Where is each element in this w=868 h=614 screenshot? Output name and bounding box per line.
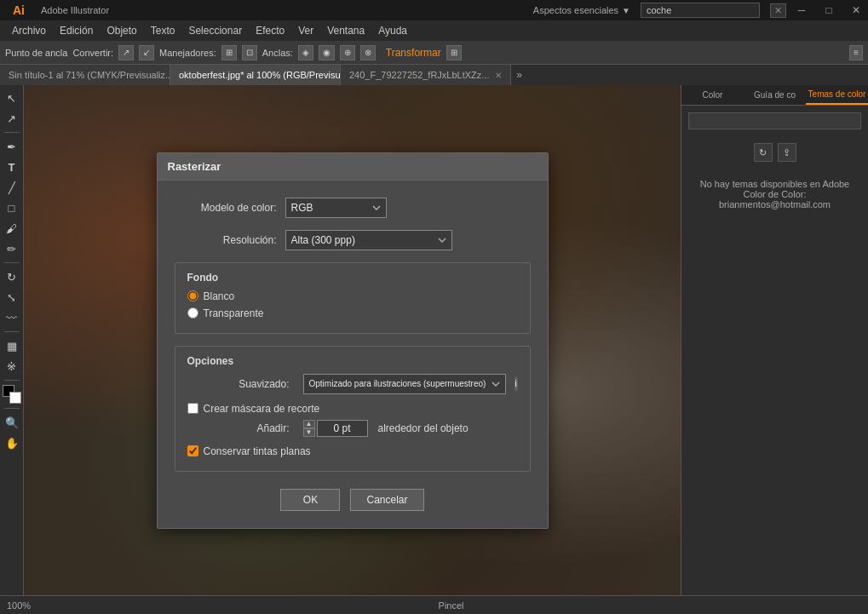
anadir-input[interactable] bbox=[317, 420, 368, 437]
suavizado-row: Suavizado: Ninguno Optimizado para tipo … bbox=[187, 374, 518, 394]
selection-tool[interactable]: ↖ bbox=[3, 89, 21, 107]
tab-close-3[interactable]: ✕ bbox=[495, 71, 502, 80]
minimize-button[interactable]: ─ bbox=[790, 0, 813, 20]
anadir-up-btn[interactable]: ▲ bbox=[303, 420, 315, 428]
rpanel-tab-guia[interactable]: Guía de co bbox=[744, 85, 806, 105]
rpanel-icon-row: ↻ ⇪ bbox=[688, 143, 861, 162]
suavizado-label: Suavizado: bbox=[187, 378, 298, 390]
rpanel-refresh-btn[interactable]: ↻ bbox=[754, 143, 773, 162]
anclas-btn2[interactable]: ◉ bbox=[319, 45, 335, 60]
right-panel-tabs: Color Guía de co Temas de color bbox=[681, 85, 868, 106]
menu-seleccionar[interactable]: Seleccionar bbox=[181, 22, 249, 39]
zoom-tool[interactable]: 🔍 bbox=[3, 413, 21, 432]
resolution-select[interactable]: Pantalla (72 ppp) Media (150 ppp) Alta (… bbox=[285, 230, 452, 250]
radio-blanco[interactable] bbox=[187, 290, 198, 301]
symbol-tool[interactable]: ※ bbox=[3, 357, 21, 376]
conservar-tintas-checkbox[interactable] bbox=[187, 445, 198, 456]
cancel-button[interactable]: Cancelar bbox=[350, 489, 423, 511]
line-tool[interactable]: ╱ bbox=[3, 178, 21, 197]
anclas-btn4[interactable]: ⊗ bbox=[360, 45, 376, 60]
ok-button[interactable]: OK bbox=[280, 489, 340, 511]
anadir-label: Añadir: bbox=[187, 422, 298, 434]
current-tool: Pincel bbox=[41, 600, 861, 611]
direct-select-tool[interactable]: ↗ bbox=[3, 109, 21, 128]
radio-transparente-row[interactable]: Transparente bbox=[187, 307, 518, 319]
menu-ventana[interactable]: Ventana bbox=[320, 22, 371, 39]
manejadores-btn2[interactable]: ⊡ bbox=[242, 45, 257, 60]
tabs-overflow-btn[interactable]: » bbox=[511, 65, 528, 85]
background-title: Fondo bbox=[187, 272, 518, 284]
tool-separator-4 bbox=[4, 380, 20, 381]
pen-tool[interactable]: ✒ bbox=[3, 137, 21, 156]
type-tool[interactable]: T bbox=[3, 158, 21, 176]
color-model-row: Modelo de color: RGB CMYK Escala de gris… bbox=[175, 198, 531, 218]
anclas-btn3[interactable]: ⊕ bbox=[340, 45, 355, 60]
color-model-select[interactable]: RGB CMYK Escala de grises bbox=[285, 198, 387, 218]
crear-mascara-row[interactable]: Crear máscara de recorte bbox=[187, 403, 518, 415]
zoom-level: 100% bbox=[7, 600, 31, 611]
warp-tool[interactable]: 〰 bbox=[3, 308, 21, 327]
dialog-title: Rasterizar bbox=[158, 153, 548, 181]
search-clear-btn[interactable]: ✕ bbox=[770, 3, 786, 18]
workspace-label: Aspectos esenciales bbox=[533, 5, 618, 15]
maximize-button[interactable]: □ bbox=[817, 0, 841, 20]
crear-mascara-checkbox[interactable] bbox=[187, 403, 198, 414]
rpanel-search-input[interactable] bbox=[688, 112, 861, 129]
rpanel-share-btn[interactable]: ⇪ bbox=[778, 143, 796, 162]
left-toolbar: ↖ ↗ ✒ T ╱ □ 🖌 ✏ ↻ ⤡ 〰 ▦ ※ 🔍 ✋ bbox=[0, 85, 24, 595]
manejadores-label: Manejadores: bbox=[159, 48, 216, 58]
scale-tool[interactable]: ⤡ bbox=[3, 288, 21, 307]
options-overflow-btn[interactable]: ≡ bbox=[849, 45, 863, 60]
manejadores-btn1[interactable]: ⊞ bbox=[221, 45, 237, 60]
menu-ayuda[interactable]: Ayuda bbox=[371, 22, 414, 39]
radio-transparente[interactable] bbox=[187, 307, 198, 318]
color-boxes[interactable] bbox=[3, 385, 21, 404]
transformar-btn[interactable]: ⊞ bbox=[446, 45, 462, 60]
paintbrush-tool[interactable]: 🖌 bbox=[3, 219, 21, 238]
menu-ver[interactable]: Ver bbox=[291, 22, 320, 39]
anadir-spinner[interactable]: ▲ ▼ bbox=[303, 420, 315, 437]
options-bar: Punto de ancla Convertir: ↗ ↙ Manejadore… bbox=[0, 41, 868, 65]
menu-objeto[interactable]: Objeto bbox=[100, 22, 143, 39]
menu-texto[interactable]: Texto bbox=[144, 22, 182, 39]
menu-edicion[interactable]: Edición bbox=[53, 22, 100, 39]
conservar-tintas-row[interactable]: Conservar tintas planas bbox=[187, 445, 518, 457]
close-button[interactable]: ✕ bbox=[844, 0, 868, 20]
hand-tool[interactable]: ✋ bbox=[3, 433, 21, 452]
convertir-btn1[interactable]: ↗ bbox=[118, 45, 134, 60]
menu-archivo[interactable]: Archivo bbox=[5, 22, 53, 39]
crear-mascara-label: Crear máscara de recorte bbox=[204, 403, 320, 415]
menu-efecto[interactable]: Efecto bbox=[249, 22, 291, 39]
color-model-label: Modelo de color: bbox=[175, 202, 285, 214]
rpanel-tab-temas[interactable]: Temas de color bbox=[806, 85, 868, 105]
dialog-buttons: OK Cancelar bbox=[175, 489, 531, 511]
tab-sin-titulo[interactable]: Sin título-1 al 71% (CMYK/Previsualiz...… bbox=[0, 65, 170, 85]
radio-blanco-row[interactable]: Blanco bbox=[187, 290, 518, 302]
alrededor-del-objeto-label: alrededor del objeto bbox=[378, 422, 468, 434]
canvas-area: Rasterizar Modelo de color: RGB CMYK Esc… bbox=[24, 85, 681, 595]
app-title: Adobe Illustrator bbox=[41, 5, 109, 15]
convertir-label: Convertir: bbox=[72, 48, 113, 58]
convertir-btn2[interactable]: ↙ bbox=[139, 45, 154, 60]
suavizado-select[interactable]: Ninguno Optimizado para tipo Optimizado … bbox=[303, 374, 506, 394]
radio-transparente-label: Transparente bbox=[204, 307, 264, 319]
graph-tool[interactable]: ▦ bbox=[3, 336, 21, 355]
pencil-tool[interactable]: ✏ bbox=[3, 239, 21, 258]
options-section: Opciones Suavizado: Ninguno Optimizado p… bbox=[175, 346, 531, 472]
main-area: ↖ ↗ ✒ T ╱ □ 🖌 ✏ ↻ ⤡ 〰 ▦ ※ 🔍 ✋ Rasterizar bbox=[0, 85, 868, 595]
right-panel: Color Guía de co Temas de color ↻ ⇪ No h… bbox=[681, 85, 868, 595]
background-color[interactable] bbox=[9, 392, 21, 404]
resolution-label: Resolución: bbox=[175, 234, 285, 246]
rpanel-tab-color[interactable]: Color bbox=[681, 85, 744, 105]
transformar-label[interactable]: Transformar bbox=[386, 47, 441, 59]
search-input[interactable] bbox=[641, 3, 760, 18]
suavizado-info-btn[interactable]: i bbox=[514, 376, 518, 392]
anclas-btn1[interactable]: ◈ bbox=[298, 45, 313, 60]
tab-240[interactable]: 240_F_79227252_fRJxLbLtXZz... ✕ bbox=[341, 65, 511, 85]
workspace-dropdown-icon[interactable]: ▼ bbox=[622, 6, 630, 15]
anadir-down-btn[interactable]: ▼ bbox=[303, 428, 315, 437]
tab-oktoberfest[interactable]: oktoberfest.jpg* al 100% (RGB/Previsuali… bbox=[170, 65, 341, 85]
rotate-tool[interactable]: ↻ bbox=[3, 267, 21, 286]
shape-tool[interactable]: □ bbox=[3, 198, 21, 217]
tool-separator-5 bbox=[4, 408, 20, 409]
